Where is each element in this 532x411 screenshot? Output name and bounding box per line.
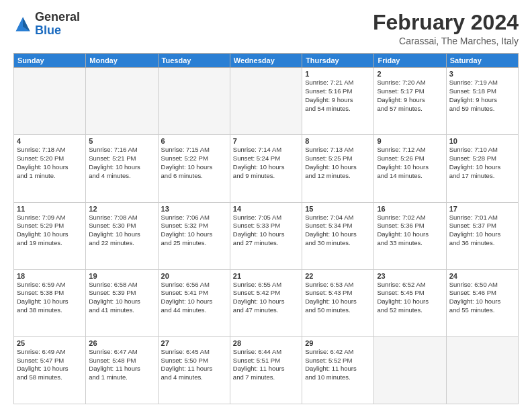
calendar-cell: 29Sunrise: 6:42 AMSunset: 5:52 PMDayligh… — [302, 336, 374, 404]
day-info: Sunrise: 7:16 AMSunset: 5:21 PMDaylight:… — [89, 146, 154, 180]
day-info: Sunrise: 7:04 AMSunset: 5:34 PMDaylight:… — [305, 214, 371, 248]
calendar-cell: 14Sunrise: 7:05 AMSunset: 5:33 PMDayligh… — [230, 202, 302, 269]
calendar-cell: 18Sunrise: 6:59 AMSunset: 5:38 PMDayligh… — [14, 269, 86, 336]
day-info: Sunrise: 7:20 AMSunset: 5:17 PMDaylight:… — [377, 79, 443, 113]
day-info: Sunrise: 6:53 AMSunset: 5:43 PMDaylight:… — [305, 281, 371, 315]
day-number: 17 — [449, 205, 515, 213]
day-number: 23 — [377, 272, 443, 280]
calendar-week-0: 1Sunrise: 7:21 AMSunset: 5:16 PMDaylight… — [14, 68, 519, 135]
day-number: 18 — [17, 272, 83, 280]
day-number: 12 — [89, 205, 154, 213]
calendar-week-4: 25Sunrise: 6:49 AMSunset: 5:47 PMDayligh… — [14, 336, 519, 404]
calendar-cell — [446, 336, 518, 404]
calendar-cell: 5Sunrise: 7:16 AMSunset: 5:21 PMDaylight… — [86, 135, 158, 202]
calendar-cell: 27Sunrise: 6:45 AMSunset: 5:50 PMDayligh… — [158, 336, 230, 404]
calendar-cell: 1Sunrise: 7:21 AMSunset: 5:16 PMDaylight… — [302, 68, 374, 135]
day-info: Sunrise: 7:09 AMSunset: 5:29 PMDaylight:… — [17, 214, 83, 248]
calendar-cell: 20Sunrise: 6:56 AMSunset: 5:41 PMDayligh… — [158, 269, 230, 336]
day-number: 4 — [17, 137, 83, 145]
col-header-saturday: Saturday — [446, 54, 518, 68]
calendar-cell: 2Sunrise: 7:20 AMSunset: 5:17 PMDaylight… — [374, 68, 446, 135]
day-number: 2 — [377, 70, 443, 78]
day-number: 7 — [233, 137, 299, 145]
header: General Blue February 2024 Carassai, The… — [13, 11, 519, 46]
calendar-cell: 13Sunrise: 7:06 AMSunset: 5:32 PMDayligh… — [158, 202, 230, 269]
day-number: 15 — [305, 205, 371, 213]
calendar-cell — [14, 68, 86, 135]
day-info: Sunrise: 7:19 AMSunset: 5:18 PMDaylight:… — [449, 79, 515, 113]
day-number: 24 — [449, 272, 515, 280]
calendar-cell: 16Sunrise: 7:02 AMSunset: 5:36 PMDayligh… — [374, 202, 446, 269]
day-info: Sunrise: 7:18 AMSunset: 5:20 PMDaylight:… — [17, 146, 83, 180]
day-number: 27 — [161, 339, 227, 347]
calendar-cell: 17Sunrise: 7:01 AMSunset: 5:37 PMDayligh… — [446, 202, 518, 269]
calendar-cell — [374, 336, 446, 404]
day-number: 10 — [449, 137, 515, 145]
location-subtitle: Carassai, The Marches, Italy — [373, 36, 519, 46]
calendar-cell: 10Sunrise: 7:10 AMSunset: 5:28 PMDayligh… — [446, 135, 518, 202]
title-area: February 2024 Carassai, The Marches, Ita… — [373, 11, 519, 46]
calendar-cell: 22Sunrise: 6:53 AMSunset: 5:43 PMDayligh… — [302, 269, 374, 336]
logo-general: General — [35, 10, 80, 24]
day-info: Sunrise: 6:52 AMSunset: 5:45 PMDaylight:… — [377, 281, 443, 315]
day-info: Sunrise: 6:55 AMSunset: 5:42 PMDaylight:… — [233, 281, 299, 315]
day-number: 21 — [233, 272, 299, 280]
day-info: Sunrise: 7:21 AMSunset: 5:16 PMDaylight:… — [305, 79, 371, 113]
day-info: Sunrise: 7:05 AMSunset: 5:33 PMDaylight:… — [233, 214, 299, 248]
month-title: February 2024 — [373, 11, 519, 34]
calendar-cell: 12Sunrise: 7:08 AMSunset: 5:30 PMDayligh… — [86, 202, 158, 269]
calendar-cell: 19Sunrise: 6:58 AMSunset: 5:39 PMDayligh… — [86, 269, 158, 336]
day-number: 28 — [233, 339, 299, 347]
day-number: 25 — [17, 339, 83, 347]
day-number: 14 — [233, 205, 299, 213]
day-info: Sunrise: 6:59 AMSunset: 5:38 PMDaylight:… — [17, 281, 83, 315]
day-number: 9 — [377, 137, 443, 145]
day-info: Sunrise: 7:13 AMSunset: 5:25 PMDaylight:… — [305, 146, 371, 180]
day-info: Sunrise: 7:14 AMSunset: 5:24 PMDaylight:… — [233, 146, 299, 180]
day-info: Sunrise: 6:58 AMSunset: 5:39 PMDaylight:… — [89, 281, 154, 315]
day-number: 3 — [449, 70, 515, 78]
calendar-cell: 11Sunrise: 7:09 AMSunset: 5:29 PMDayligh… — [14, 202, 86, 269]
calendar-cell: 6Sunrise: 7:15 AMSunset: 5:22 PMDaylight… — [158, 135, 230, 202]
calendar-cell: 15Sunrise: 7:04 AMSunset: 5:34 PMDayligh… — [302, 202, 374, 269]
calendar-table: SundayMondayTuesdayWednesdayThursdayFrid… — [13, 53, 519, 404]
calendar-cell: 24Sunrise: 6:50 AMSunset: 5:46 PMDayligh… — [446, 269, 518, 336]
day-info: Sunrise: 6:49 AMSunset: 5:47 PMDaylight:… — [17, 348, 83, 382]
calendar-cell: 21Sunrise: 6:55 AMSunset: 5:42 PMDayligh… — [230, 269, 302, 336]
day-number: 11 — [17, 205, 83, 213]
col-header-wednesday: Wednesday — [230, 54, 302, 68]
calendar-cell — [230, 68, 302, 135]
day-info: Sunrise: 7:01 AMSunset: 5:37 PMDaylight:… — [449, 214, 515, 248]
logo-icon — [13, 15, 32, 34]
day-info: Sunrise: 6:50 AMSunset: 5:46 PMDaylight:… — [449, 281, 515, 315]
day-info: Sunrise: 7:10 AMSunset: 5:28 PMDaylight:… — [449, 146, 515, 180]
calendar-cell: 8Sunrise: 7:13 AMSunset: 5:25 PMDaylight… — [302, 135, 374, 202]
calendar-cell: 26Sunrise: 6:47 AMSunset: 5:48 PMDayligh… — [86, 336, 158, 404]
day-info: Sunrise: 7:08 AMSunset: 5:30 PMDaylight:… — [89, 214, 154, 248]
logo: General Blue — [13, 11, 80, 38]
day-number: 13 — [161, 205, 227, 213]
day-info: Sunrise: 6:56 AMSunset: 5:41 PMDaylight:… — [161, 281, 227, 315]
col-header-tuesday: Tuesday — [158, 54, 230, 68]
calendar-cell: 23Sunrise: 6:52 AMSunset: 5:45 PMDayligh… — [374, 269, 446, 336]
day-number: 26 — [89, 339, 154, 347]
calendar-cell: 9Sunrise: 7:12 AMSunset: 5:26 PMDaylight… — [374, 135, 446, 202]
day-info: Sunrise: 7:15 AMSunset: 5:22 PMDaylight:… — [161, 146, 227, 180]
day-info: Sunrise: 6:44 AMSunset: 5:51 PMDaylight:… — [233, 348, 299, 382]
calendar-cell — [86, 68, 158, 135]
day-info: Sunrise: 6:45 AMSunset: 5:50 PMDaylight:… — [161, 348, 227, 382]
day-number: 6 — [161, 137, 227, 145]
calendar-cell — [158, 68, 230, 135]
day-number: 20 — [161, 272, 227, 280]
calendar-cell: 4Sunrise: 7:18 AMSunset: 5:20 PMDaylight… — [14, 135, 86, 202]
day-info: Sunrise: 7:06 AMSunset: 5:32 PMDaylight:… — [161, 214, 227, 248]
col-header-monday: Monday — [86, 54, 158, 68]
day-number: 22 — [305, 272, 371, 280]
col-header-sunday: Sunday — [14, 54, 86, 68]
day-number: 29 — [305, 339, 371, 347]
page: General Blue February 2024 Carassai, The… — [0, 0, 532, 411]
logo-text: General Blue — [35, 11, 80, 38]
col-header-thursday: Thursday — [302, 54, 374, 68]
day-info: Sunrise: 7:02 AMSunset: 5:36 PMDaylight:… — [377, 214, 443, 248]
day-number: 16 — [377, 205, 443, 213]
